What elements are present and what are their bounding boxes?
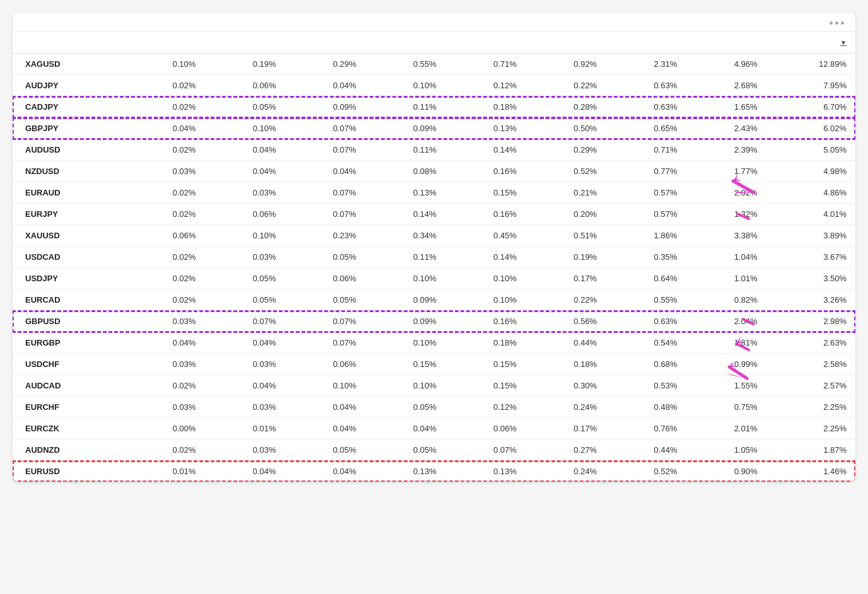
value-cell: 2.57% [767, 375, 856, 397]
col-15min[interactable] [285, 32, 365, 54]
table-wrapper: XAGUSD0.10%0.19%0.29%0.55%0.71%0.92%2.31… [13, 32, 855, 482]
value-cell: 1.55% [686, 375, 766, 397]
value-cell: 2.01% [686, 418, 766, 440]
value-cell: 0.71% [606, 139, 686, 161]
table-row: USDJPY0.02%0.05%0.06%0.10%0.10%0.17%0.64… [13, 268, 855, 289]
value-cell: 0.06% [205, 204, 285, 225]
value-cell: 0.53% [606, 375, 686, 397]
col-weekly[interactable] [686, 32, 766, 54]
value-cell: 0.14% [445, 247, 525, 268]
value-cell: 0.29% [526, 139, 606, 161]
value-cell: 0.77% [606, 161, 686, 182]
value-cell: 0.03% [205, 247, 285, 268]
value-cell: 0.15% [445, 354, 525, 375]
value-cell: 2.58% [767, 354, 856, 375]
value-cell: 2.98% [767, 311, 856, 332]
value-cell: 0.52% [526, 161, 606, 182]
currency-cell: AUDUSD [13, 139, 124, 161]
currency-cell: EURCZK [13, 418, 124, 440]
value-cell: 0.50% [526, 118, 606, 139]
currency-cell: AUDNZD [13, 440, 124, 461]
value-cell: 0.17% [526, 268, 606, 289]
value-cell: 0.04% [285, 397, 365, 418]
value-cell: 0.04% [205, 461, 285, 482]
value-cell: 0.14% [365, 204, 445, 225]
value-cell: 0.06% [445, 418, 525, 440]
currency-cell: CADJPY [13, 96, 124, 118]
col-monthly[interactable] [767, 32, 856, 54]
value-cell: 3.26% [767, 289, 856, 311]
value-cell: 2.63% [767, 332, 856, 354]
value-cell: 0.10% [205, 225, 285, 247]
value-cell: 0.16% [445, 204, 525, 225]
value-cell: 0.44% [526, 332, 606, 354]
value-cell: 0.57% [606, 182, 686, 204]
value-cell: 0.02% [124, 139, 204, 161]
value-cell: 0.08% [365, 161, 445, 182]
currency-cell: AUDCAD [13, 375, 124, 397]
table-header [13, 32, 855, 54]
value-cell: 0.06% [205, 75, 285, 96]
value-cell: 5.05% [767, 139, 856, 161]
col-4hours[interactable] [526, 32, 606, 54]
currency-cell: EURCAD [13, 289, 124, 311]
value-cell: 0.63% [606, 96, 686, 118]
value-cell: 0.04% [205, 332, 285, 354]
value-cell: 0.10% [285, 375, 365, 397]
value-cell: 2.25% [767, 397, 856, 418]
col-5min[interactable] [205, 32, 285, 54]
widget-menu-button[interactable] [830, 21, 844, 25]
value-cell: 1.01% [686, 268, 766, 289]
value-cell: 0.20% [526, 204, 606, 225]
currency-cell: EURUSD [13, 461, 124, 482]
value-cell: 0.15% [365, 354, 445, 375]
currency-cell: XAGUSD [13, 54, 124, 75]
value-cell: 0.19% [526, 247, 606, 268]
value-cell: 0.23% [285, 225, 365, 247]
value-cell: 0.10% [365, 375, 445, 397]
value-cell: 2.39% [686, 139, 766, 161]
menu-dot [841, 21, 844, 25]
value-cell: 0.09% [365, 289, 445, 311]
value-cell: 0.71% [445, 54, 525, 75]
value-cell: 0.01% [124, 461, 204, 482]
value-cell: 0.05% [365, 440, 445, 461]
value-cell: 0.10% [445, 289, 525, 311]
value-cell: 0.12% [445, 397, 525, 418]
col-1hour[interactable] [445, 32, 525, 54]
value-cell: 0.05% [205, 96, 285, 118]
col-30min[interactable] [365, 32, 445, 54]
value-cell: 0.04% [365, 418, 445, 440]
value-cell: 0.92% [526, 54, 606, 75]
value-cell: 6.70% [767, 96, 856, 118]
value-cell: 0.14% [445, 139, 525, 161]
table-row: GBPJPY0.04%0.10%0.07%0.09%0.13%0.50%0.65… [13, 118, 855, 139]
currency-cell: AUDJPY [13, 75, 124, 96]
value-cell: 0.63% [606, 75, 686, 96]
value-cell: 0.04% [124, 118, 204, 139]
currency-cell: EURGBP [13, 332, 124, 354]
value-cell: 3.89% [767, 225, 856, 247]
col-1min[interactable] [124, 32, 204, 54]
value-cell: 0.11% [365, 139, 445, 161]
value-cell: 0.03% [124, 397, 204, 418]
forex-volatility-widget: XAGUSD0.10%0.19%0.29%0.55%0.71%0.92%2.31… [13, 13, 855, 482]
value-cell: 0.29% [285, 54, 365, 75]
value-cell: 0.05% [205, 268, 285, 289]
value-cell: 0.16% [445, 161, 525, 182]
value-cell: 0.68% [606, 354, 686, 375]
value-cell: 2.04% [686, 311, 766, 332]
value-cell: 3.67% [767, 247, 856, 268]
table-row: GBPUSD0.03%0.07%0.07%0.09%0.16%0.56%0.63… [13, 311, 855, 332]
value-cell: 0.24% [526, 397, 606, 418]
value-cell: 1.81% [686, 332, 766, 354]
table-row: AUDJPY0.02%0.06%0.04%0.10%0.12%0.22%0.63… [13, 75, 855, 96]
col-daily[interactable] [606, 32, 686, 54]
value-cell: 4.01% [767, 204, 856, 225]
value-cell: 0.15% [445, 375, 525, 397]
table-row: EURCAD0.02%0.05%0.05%0.09%0.10%0.22%0.55… [13, 289, 855, 311]
value-cell: 0.04% [285, 461, 365, 482]
value-cell: 2.25% [767, 418, 856, 440]
table-row: AUDNZD0.02%0.03%0.05%0.05%0.07%0.27%0.44… [13, 440, 855, 461]
col-currency[interactable] [13, 32, 124, 54]
